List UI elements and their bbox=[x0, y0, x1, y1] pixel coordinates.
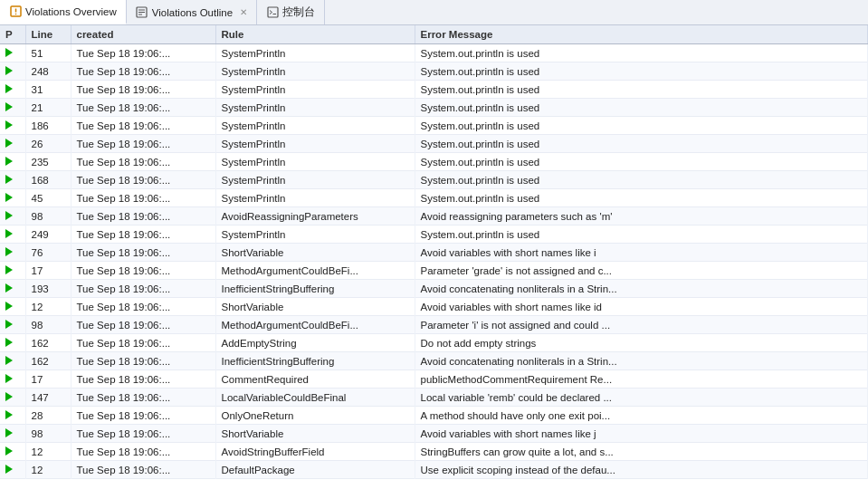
cell-created: Tue Sep 18 19:06:... bbox=[71, 207, 215, 226]
table-row[interactable]: 45Tue Sep 18 19:06:...SystemPrintlnSyste… bbox=[0, 189, 868, 207]
table-row[interactable]: 186Tue Sep 18 19:06:...SystemPrintlnSyst… bbox=[0, 117, 868, 135]
table-row[interactable]: 12Tue Sep 18 19:06:...ShortVariableAvoid… bbox=[0, 298, 868, 316]
cell-rule: InefficientStringBuffering bbox=[215, 352, 415, 370]
cell-line: 162 bbox=[25, 352, 71, 370]
cell-p bbox=[0, 135, 25, 153]
cell-rule: SystemPrintln bbox=[215, 62, 415, 81]
table-row[interactable]: 31Tue Sep 18 19:06:...SystemPrintlnSyste… bbox=[0, 81, 868, 99]
tab-violations-outline[interactable]: Violations Outline ✕ bbox=[127, 0, 257, 24]
cell-line: 26 bbox=[25, 135, 71, 153]
cell-rule: SystemPrintln bbox=[215, 81, 415, 99]
play-icon bbox=[5, 283, 13, 293]
cell-p bbox=[0, 280, 25, 298]
play-icon bbox=[5, 157, 13, 166]
cell-p bbox=[0, 117, 25, 135]
tab-violations-overview[interactable]: Violations Overview bbox=[0, 0, 127, 24]
table-row[interactable]: 26Tue Sep 18 19:06:...SystemPrintlnSyste… bbox=[0, 135, 868, 153]
cell-error: System.out.println is used bbox=[415, 44, 868, 62]
cell-error: Avoid reassigning parameters such as 'm' bbox=[415, 207, 868, 226]
cell-line: 147 bbox=[25, 389, 71, 407]
table-row[interactable]: 51Tue Sep 18 19:06:...SystemPrintlnSyste… bbox=[0, 44, 868, 62]
cell-line: 12 bbox=[25, 298, 71, 316]
table-row[interactable]: 12Tue Sep 18 19:06:...DefaultPackageUse … bbox=[0, 461, 868, 479]
cell-rule: AddEmptyString bbox=[215, 334, 415, 352]
cell-rule: SystemPrintln bbox=[215, 117, 415, 135]
cell-created: Tue Sep 18 19:06:... bbox=[71, 226, 215, 244]
cell-rule: SystemPrintln bbox=[215, 135, 415, 153]
cell-line: 249 bbox=[25, 226, 71, 244]
cell-error: Avoid variables with short names like i bbox=[415, 244, 868, 262]
table-row[interactable]: 162Tue Sep 18 19:06:...InefficientString… bbox=[0, 352, 868, 370]
tab-bar: Violations Overview Violations Outline ✕… bbox=[0, 0, 868, 25]
cell-p bbox=[0, 443, 25, 461]
table-row[interactable]: 162Tue Sep 18 19:06:...AddEmptyStringDo … bbox=[0, 334, 868, 352]
play-icon bbox=[5, 193, 13, 202]
table-row[interactable]: 193Tue Sep 18 19:06:...InefficientString… bbox=[0, 280, 868, 298]
cell-p bbox=[0, 407, 25, 425]
cell-p bbox=[0, 99, 25, 117]
cell-created: Tue Sep 18 19:06:... bbox=[71, 334, 215, 352]
table-row[interactable]: 12Tue Sep 18 19:06:...AvoidStringBufferF… bbox=[0, 443, 868, 461]
console-icon bbox=[266, 6, 279, 19]
col-header-p: P bbox=[0, 25, 25, 44]
play-icon bbox=[5, 465, 13, 474]
close-icon[interactable]: ✕ bbox=[240, 7, 247, 17]
svg-rect-7 bbox=[268, 7, 278, 17]
cell-p bbox=[0, 262, 25, 280]
play-icon bbox=[5, 320, 13, 329]
cell-error: System.out.println is used bbox=[415, 117, 868, 135]
play-icon bbox=[5, 139, 13, 148]
play-icon bbox=[5, 410, 13, 419]
tab-console[interactable]: 控制台 bbox=[257, 0, 325, 24]
table-row[interactable]: 76Tue Sep 18 19:06:...ShortVariableAvoid… bbox=[0, 244, 868, 262]
table-row[interactable]: 248Tue Sep 18 19:06:...SystemPrintlnSyst… bbox=[0, 62, 868, 81]
cell-rule: SystemPrintln bbox=[215, 189, 415, 207]
cell-line: 17 bbox=[25, 370, 71, 389]
table-row[interactable]: 17Tue Sep 18 19:06:...MethodArgumentCoul… bbox=[0, 262, 868, 280]
table-row[interactable]: 168Tue Sep 18 19:06:...SystemPrintlnSyst… bbox=[0, 171, 868, 189]
cell-p bbox=[0, 171, 25, 189]
cell-error: System.out.println is used bbox=[415, 99, 868, 117]
cell-error: System.out.println is used bbox=[415, 189, 868, 207]
cell-created: Tue Sep 18 19:06:... bbox=[71, 262, 215, 280]
table-row[interactable]: 249Tue Sep 18 19:06:...SystemPrintlnSyst… bbox=[0, 226, 868, 244]
table-row[interactable]: 28Tue Sep 18 19:06:...OnlyOneReturnA met… bbox=[0, 407, 868, 425]
cell-p bbox=[0, 189, 25, 207]
play-icon bbox=[5, 102, 13, 111]
cell-p bbox=[0, 425, 25, 443]
table-row[interactable]: 235Tue Sep 18 19:06:...SystemPrintlnSyst… bbox=[0, 153, 868, 171]
table-row[interactable]: 17Tue Sep 18 19:06:...CommentRequiredpub… bbox=[0, 370, 868, 389]
table-row[interactable]: 147Tue Sep 18 19:06:...LocalVariableCoul… bbox=[0, 389, 868, 407]
cell-p bbox=[0, 298, 25, 316]
cell-error: Avoid variables with short names like id bbox=[415, 298, 868, 316]
cell-rule: ShortVariable bbox=[215, 298, 415, 316]
cell-created: Tue Sep 18 19:06:... bbox=[71, 461, 215, 479]
cell-created: Tue Sep 18 19:06:... bbox=[71, 280, 215, 298]
cell-rule: SystemPrintln bbox=[215, 153, 415, 171]
table-row[interactable]: 98Tue Sep 18 19:06:...AvoidReassigningPa… bbox=[0, 207, 868, 226]
cell-line: 17 bbox=[25, 262, 71, 280]
cell-p bbox=[0, 153, 25, 171]
cell-p bbox=[0, 44, 25, 62]
cell-p bbox=[0, 352, 25, 370]
play-icon bbox=[5, 48, 13, 57]
table-row[interactable]: 21Tue Sep 18 19:06:...SystemPrintlnSyste… bbox=[0, 99, 868, 117]
cell-rule: InefficientStringBuffering bbox=[215, 280, 415, 298]
play-icon bbox=[5, 66, 13, 75]
table-header-row: P Line created Rule Error Message bbox=[0, 25, 868, 44]
play-icon bbox=[5, 211, 13, 220]
cell-error: publicMethodCommentRequirement Re... bbox=[415, 370, 868, 389]
cell-line: 235 bbox=[25, 153, 71, 171]
cell-error: System.out.println is used bbox=[415, 81, 868, 99]
cell-created: Tue Sep 18 19:06:... bbox=[71, 407, 215, 425]
play-icon bbox=[5, 356, 13, 365]
cell-p bbox=[0, 226, 25, 244]
cell-line: 168 bbox=[25, 171, 71, 189]
cell-line: 186 bbox=[25, 117, 71, 135]
play-icon bbox=[5, 338, 13, 347]
play-icon bbox=[5, 84, 13, 93]
col-header-rule: Rule bbox=[215, 25, 415, 44]
table-row[interactable]: 98Tue Sep 18 19:06:...ShortVariableAvoid… bbox=[0, 425, 868, 443]
cell-rule: CommentRequired bbox=[215, 370, 415, 389]
table-row[interactable]: 98Tue Sep 18 19:06:...MethodArgumentCoul… bbox=[0, 316, 868, 334]
